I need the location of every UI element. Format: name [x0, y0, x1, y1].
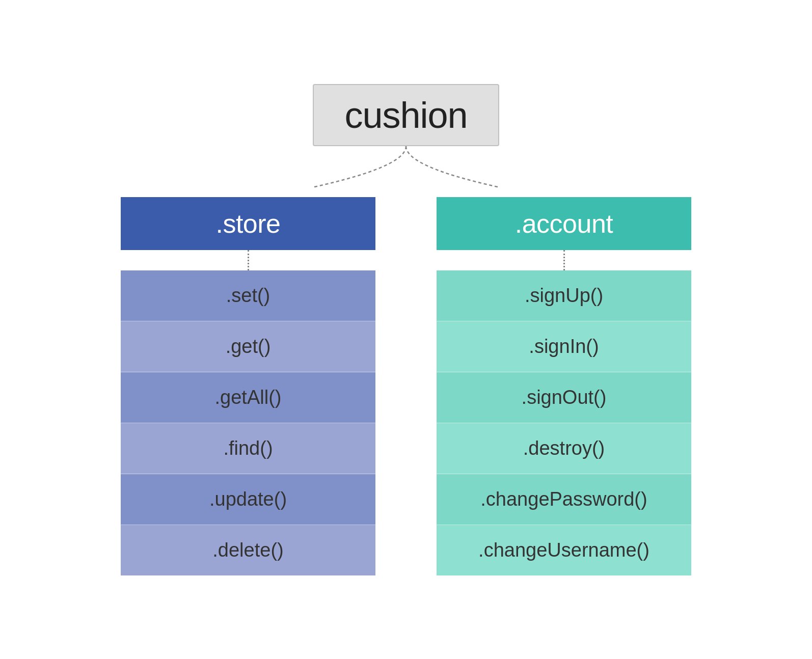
list-item: .signOut()	[437, 372, 691, 423]
list-item: .signIn()	[437, 321, 691, 372]
list-item: .destroy()	[437, 423, 691, 474]
list-item: .getAll()	[121, 372, 375, 423]
list-item: .changeUsername()	[437, 525, 691, 575]
top-connector	[223, 146, 589, 197]
list-item: .update()	[121, 474, 375, 525]
account-connector	[563, 250, 565, 270]
store-branch: .store .set() .get() .getAll() .find() .…	[121, 197, 375, 575]
list-item: .changePassword()	[437, 474, 691, 525]
list-item: .delete()	[121, 525, 375, 575]
account-header: .account	[437, 197, 691, 250]
list-item: .set()	[121, 270, 375, 321]
root-node: cushion	[313, 84, 499, 146]
list-item: .find()	[121, 423, 375, 474]
store-connector	[248, 250, 249, 270]
account-methods-list: .signUp() .signIn() .signOut() .destroy(…	[437, 270, 691, 575]
diagram-container: cushion .store .set() .get() .getAll() .…	[49, 84, 763, 575]
account-branch: .account .signUp() .signIn() .signOut() …	[437, 197, 691, 575]
list-item: .get()	[121, 321, 375, 372]
store-header: .store	[121, 197, 375, 250]
store-methods-list: .set() .get() .getAll() .find() .update(…	[121, 270, 375, 575]
branches-row: .store .set() .get() .getAll() .find() .…	[121, 197, 691, 575]
list-item: .signUp()	[437, 270, 691, 321]
